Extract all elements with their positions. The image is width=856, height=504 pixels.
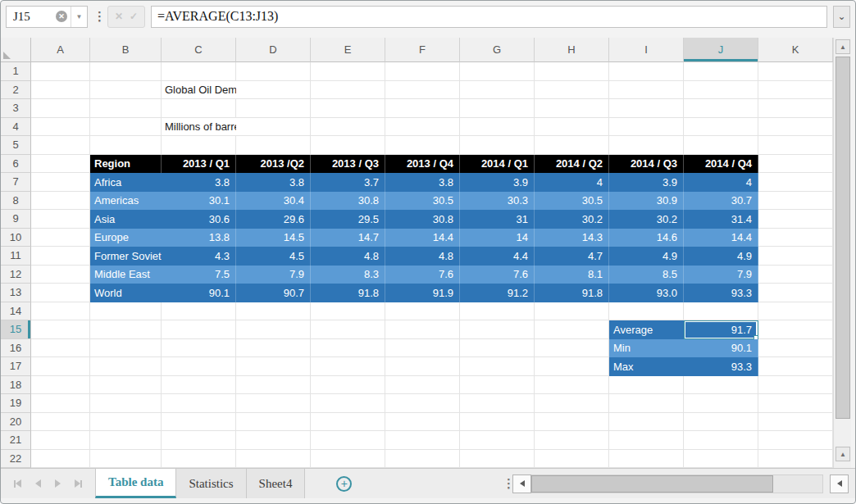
cell-A21[interactable]	[31, 431, 90, 450]
cell-B3[interactable]	[90, 99, 162, 118]
name-box-dropdown-button[interactable]: ▼	[71, 7, 87, 27]
cell-H7[interactable]: 4	[535, 173, 609, 192]
cell-D14[interactable]	[236, 302, 311, 321]
column-header-D[interactable]: D	[236, 38, 311, 62]
cell-I8[interactable]: 30.9	[609, 192, 684, 211]
cell-G19[interactable]	[460, 394, 535, 413]
cell-F16[interactable]	[385, 339, 460, 358]
cell-J12[interactable]: 7.9	[684, 266, 758, 284]
row-header-15[interactable]: 15	[1, 320, 31, 339]
column-header-C[interactable]: C	[162, 38, 236, 62]
cell-G12[interactable]: 7.6	[460, 266, 535, 284]
cell-A14[interactable]	[31, 302, 90, 321]
cell-A22[interactable]	[31, 450, 90, 469]
cell-F13[interactable]: 91.9	[385, 284, 460, 302]
cell-E9[interactable]: 29.5	[311, 210, 385, 229]
clear-icon[interactable]: ✕	[56, 11, 67, 22]
cell-D12[interactable]: 7.9	[236, 266, 311, 284]
cell-H11[interactable]: 4.7	[535, 247, 609, 266]
cell-E13[interactable]: 91.8	[311, 284, 385, 302]
cell-D11[interactable]: 4.5	[236, 247, 311, 266]
cell-F2[interactable]	[385, 81, 460, 100]
toolbar-drag-handle-icon[interactable]: ⋮	[93, 12, 102, 20]
cell-J15[interactable]: 91.7	[684, 320, 758, 339]
horizontal-scrollbar-thumb[interactable]	[531, 475, 773, 493]
row-header-2[interactable]: 2	[1, 81, 31, 100]
cell-G21[interactable]	[460, 431, 535, 450]
cell-D1[interactable]	[236, 62, 311, 81]
cell-H16[interactable]	[535, 339, 609, 358]
cell-J14[interactable]	[684, 302, 758, 321]
cell-G16[interactable]	[460, 339, 535, 358]
cell-D9[interactable]: 29.6	[236, 210, 311, 229]
cell-K20[interactable]	[758, 413, 833, 432]
cell-H15[interactable]	[535, 320, 609, 339]
cell-B7[interactable]: Africa	[90, 173, 162, 192]
tabbar-drag-handle-icon[interactable]: ⋮	[503, 479, 512, 488]
cell-B12[interactable]: Middle East	[90, 266, 162, 284]
cell-H22[interactable]	[535, 450, 609, 469]
scroll-up-button[interactable]: ▲	[836, 39, 850, 54]
cell-A16[interactable]	[31, 339, 90, 358]
cell-H17[interactable]	[535, 357, 609, 376]
cell-K7[interactable]	[758, 173, 833, 192]
cell-I2[interactable]	[609, 81, 684, 100]
cell-D8[interactable]: 30.4	[236, 192, 311, 211]
cell-E22[interactable]	[311, 450, 385, 469]
cell-H1[interactable]	[535, 62, 609, 81]
column-header-F[interactable]: F	[385, 38, 460, 62]
cell-A18[interactable]	[31, 376, 90, 395]
cell-D20[interactable]	[236, 413, 311, 432]
cell-B1[interactable]	[90, 62, 162, 81]
cell-E15[interactable]	[311, 320, 385, 339]
cell-K15[interactable]	[758, 320, 833, 339]
fill-handle[interactable]	[754, 335, 758, 339]
cell-D3[interactable]	[236, 99, 311, 118]
column-header-J[interactable]: J	[684, 38, 758, 62]
cell-G10[interactable]: 14	[460, 229, 535, 247]
select-all-corner[interactable]	[1, 38, 31, 62]
cell-A5[interactable]	[31, 136, 90, 155]
cell-J20[interactable]	[684, 413, 758, 432]
vertical-scrollbar-thumb[interactable]	[836, 57, 850, 419]
cell-C9[interactable]: 30.6	[162, 210, 236, 229]
cell-E6[interactable]: 2013 / Q3	[311, 155, 385, 174]
cell-E21[interactable]	[311, 431, 385, 450]
cell-C8[interactable]: 30.1	[162, 192, 236, 211]
cell-B8[interactable]: Americas	[90, 192, 162, 211]
cell-I5[interactable]	[609, 136, 684, 155]
cell-E14[interactable]	[311, 302, 385, 321]
cell-B11[interactable]: Former Soviet Union	[90, 247, 162, 266]
cell-D22[interactable]	[236, 450, 311, 469]
cell-C11[interactable]: 4.3	[162, 247, 236, 266]
row-header-6[interactable]: 6	[1, 155, 31, 174]
cell-F21[interactable]	[385, 431, 460, 450]
cell-G3[interactable]	[460, 99, 535, 118]
cell-I4[interactable]	[609, 118, 684, 137]
cell-J22[interactable]	[684, 450, 758, 469]
column-header-I[interactable]: I	[609, 38, 684, 62]
column-header-A[interactable]: A	[31, 38, 90, 62]
cell-C2[interactable]: Global Oil Demand	[162, 81, 236, 100]
cell-A12[interactable]	[31, 266, 90, 284]
cell-K21[interactable]	[758, 431, 833, 450]
cell-D15[interactable]	[236, 320, 311, 339]
column-header-G[interactable]: G	[460, 38, 535, 62]
cell-H4[interactable]	[535, 118, 609, 137]
row-header-12[interactable]: 12	[1, 266, 31, 284]
cell-J1[interactable]	[684, 62, 758, 81]
cell-J11[interactable]: 4.9	[684, 247, 758, 266]
cell-A3[interactable]	[31, 99, 90, 118]
cell-G8[interactable]: 30.3	[460, 192, 535, 211]
cell-A19[interactable]	[31, 394, 90, 413]
cell-B10[interactable]: Europe	[90, 229, 162, 247]
row-header-3[interactable]: 3	[1, 99, 31, 118]
cell-I1[interactable]	[609, 62, 684, 81]
cell-I18[interactable]	[609, 376, 684, 395]
cell-A6[interactable]	[31, 155, 90, 174]
cell-H9[interactable]: 30.2	[535, 210, 609, 229]
cell-J17[interactable]: 93.3	[684, 357, 758, 376]
row-header-5[interactable]: 5	[1, 136, 31, 155]
row-header-18[interactable]: 18	[1, 376, 31, 395]
cell-J3[interactable]	[684, 99, 758, 118]
